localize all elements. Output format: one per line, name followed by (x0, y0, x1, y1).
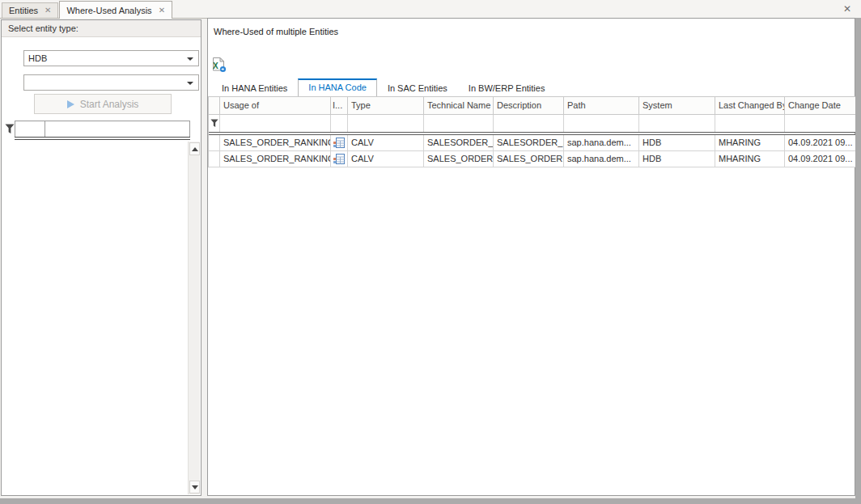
window-frame-right (855, 18, 861, 504)
filter-row-separator (15, 137, 190, 140)
grid-header-row: Usage of I... Type Technical Name Descri… (209, 97, 855, 115)
column-header-path[interactable]: Path (564, 97, 639, 115)
results-grid: Usage of I... Type Technical Name Descri… (208, 96, 855, 167)
cell-last-changed-by: MHARING (715, 135, 785, 151)
svg-text:X: X (213, 61, 218, 70)
row-indicator (209, 135, 220, 151)
cell-type: CALV (348, 135, 424, 151)
start-analysis-button[interactable]: Start Analysis (34, 94, 172, 114)
filter-input-icon[interactable] (331, 115, 348, 132)
column-header-icon[interactable]: I... (331, 97, 348, 115)
filter-input-path[interactable] (564, 115, 639, 132)
column-divider (45, 121, 45, 137)
filter-input-type[interactable] (348, 115, 424, 132)
cell-description: SALESORDER_... (494, 135, 564, 151)
cell-technical-name: SALESORDER_... (424, 135, 494, 151)
row-indicator (209, 151, 220, 167)
tab-where-used-analysis[interactable]: Where-Used Analysis ✕ (59, 1, 172, 19)
result-tab-bar: In HANA Entities In HANA Code In SAC Ent… (211, 78, 555, 96)
cell-change-date: 04.09.2021 09... (785, 135, 856, 151)
cell-path: sap.hana.dem... (564, 151, 639, 167)
table-row[interactable]: SALES_ORDER_RANKING CALV SALES_ORDER... … (209, 151, 855, 167)
grid-filter-row (209, 115, 855, 132)
close-icon[interactable]: ✕ (159, 6, 165, 15)
cell-technical-name: SALES_ORDER... (424, 151, 494, 167)
column-header-system[interactable]: System (639, 97, 715, 115)
chevron-down-icon (187, 57, 193, 61)
filter-input-usage-of[interactable] (220, 115, 331, 132)
filter-input-description[interactable] (494, 115, 564, 132)
entity-dropdown[interactable] (23, 74, 199, 91)
cell-system: HDB (639, 151, 715, 167)
tab-where-used-analysis-label: Where-Used Analysis (66, 6, 151, 15)
close-icon[interactable]: ✕ (841, 2, 854, 15)
column-header-type[interactable]: Type (348, 97, 424, 115)
column-header-last-changed-by[interactable]: Last Changed By (715, 97, 785, 115)
column-header-technical-name[interactable]: Technical Name (424, 97, 494, 115)
left-panel-scrollbar[interactable] (188, 142, 200, 494)
scroll-up-button[interactable] (189, 142, 200, 155)
tab-in-hana-entities[interactable]: In HANA Entities (211, 78, 298, 96)
tab-in-bw-erp-entities[interactable]: In BW/ERP Entities (458, 78, 556, 96)
excel-export-icon[interactable]: X (212, 57, 230, 74)
cell-description: SALES_ORDER... (494, 151, 564, 167)
arrow-down-icon (192, 485, 198, 489)
start-analysis-label: Start Analysis (80, 99, 139, 110)
calculation-view-icon (331, 151, 348, 167)
where-used-results-panel: Where-Used of multiple Entities X In HAN… (207, 18, 855, 496)
entity-type-dropdown-value: HDB (28, 53, 47, 63)
cell-change-date: 04.09.2021 09... (785, 151, 856, 167)
cell-path: sap.hana.dem... (564, 135, 639, 151)
cell-usage-of: SALES_ORDER_RANKING (220, 135, 331, 151)
tab-in-hana-code[interactable]: In HANA Code (298, 78, 377, 96)
funnel-icon[interactable] (209, 115, 220, 132)
arrow-up-icon (192, 147, 198, 151)
calculation-view-icon (331, 135, 348, 151)
document-tab-strip: Entities ✕ Where-Used Analysis ✕ (0, 0, 861, 19)
entity-list-filter-row[interactable] (15, 121, 190, 138)
entity-type-dropdown[interactable]: HDB (23, 50, 199, 66)
cell-type: CALV (348, 151, 424, 167)
scroll-down-button[interactable] (189, 481, 200, 493)
cell-system: HDB (639, 135, 715, 151)
cell-usage-of: SALES_ORDER_RANKING (220, 151, 331, 167)
filter-input-technical-name[interactable] (424, 115, 494, 132)
chevron-down-icon (187, 82, 193, 85)
column-header-usage-of[interactable]: Usage of (220, 97, 331, 115)
filter-input-change-date[interactable] (785, 115, 856, 132)
tab-entities[interactable]: Entities ✕ (2, 2, 58, 18)
page-title: Where-Used of multiple Entities (214, 27, 338, 36)
filter-input-last-changed-by[interactable] (715, 115, 785, 132)
play-icon (67, 100, 74, 108)
panel-header: Select entity type: (2, 20, 201, 37)
table-row[interactable]: SALES_ORDER_RANKING CALV SALESORDER_... … (209, 135, 855, 151)
column-header-description[interactable]: Description (494, 97, 564, 115)
application-window: Entities ✕ Where-Used Analysis ✕ ✕ Selec… (0, 0, 861, 504)
window-frame-bottom (0, 498, 861, 504)
row-indicator-header (209, 97, 220, 115)
column-header-change-date[interactable]: Change Date (785, 97, 856, 115)
close-icon[interactable]: ✕ (45, 6, 51, 15)
funnel-icon[interactable] (5, 123, 15, 138)
filter-input-system[interactable] (639, 115, 715, 132)
tab-in-sac-entities[interactable]: In SAC Entities (377, 78, 458, 96)
cell-last-changed-by: MHARING (715, 151, 785, 167)
tab-entities-label: Entities (9, 6, 38, 15)
entity-selection-panel: Select entity type: HDB Start Analysis (1, 19, 201, 496)
